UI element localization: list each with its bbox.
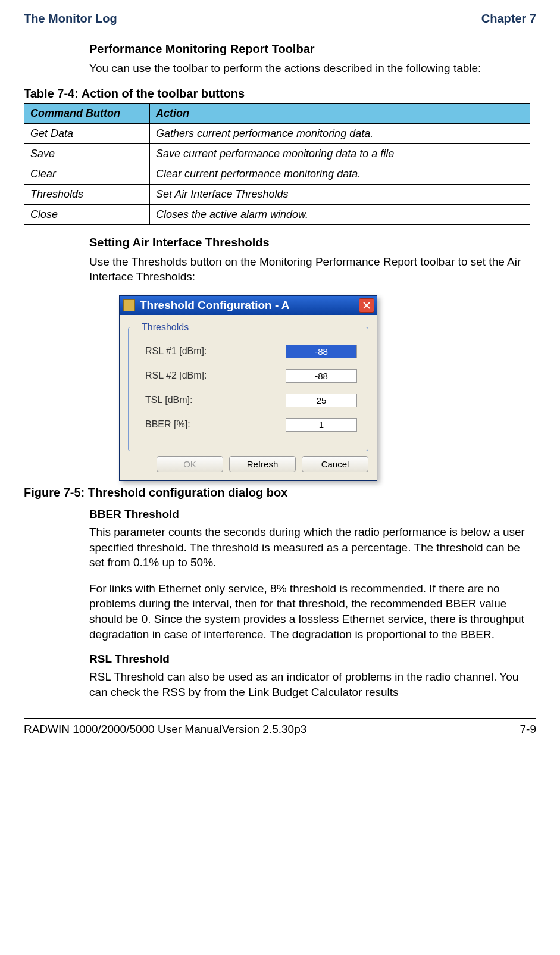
- cmd-cell: Close: [24, 204, 150, 224]
- cmd-cell: Thresholds: [24, 184, 150, 204]
- table-row: Get Data Gathers current performance mon…: [24, 123, 530, 143]
- rsl2-label: RSL #2 [dBm]:: [145, 370, 207, 381]
- bber-p2: For links with Ethernet only service, 8%…: [89, 581, 530, 642]
- rsl2-input[interactable]: [286, 369, 357, 383]
- cmd-cell: Save: [24, 143, 150, 164]
- dialog-titlebar[interactable]: Threshold Configuration - A: [120, 296, 377, 315]
- thresholds-fieldset: Thresholds RSL #1 [dBm]: RSL #2 [dBm]: T…: [128, 322, 368, 451]
- action-cell: Clear current performance monitoring dat…: [150, 164, 530, 184]
- bber-input[interactable]: [286, 418, 357, 432]
- close-icon[interactable]: [359, 298, 374, 313]
- header-left: The Monitor Log: [24, 12, 117, 26]
- header-right: Chapter 7: [481, 12, 536, 26]
- action-cell: Closes the active alarm window.: [150, 204, 530, 224]
- table-row: Clear Clear current performance monitori…: [24, 164, 530, 184]
- table-caption: Table 7-4: Action of the toolbar buttons: [24, 87, 530, 101]
- action-cell: Gathers current performance monitoring d…: [150, 123, 530, 143]
- footer-left: RADWIN 1000/2000/5000 User ManualVersion…: [24, 723, 306, 736]
- section2-intro: Use the Thresholds button on the Monitor…: [89, 254, 530, 285]
- table-header-action: Action: [150, 103, 530, 123]
- rsl-p1: RSL Threshold can also be used as an ind…: [89, 669, 530, 700]
- refresh-button[interactable]: Refresh: [229, 456, 296, 472]
- table-row: Save Save current performance monitoring…: [24, 143, 530, 164]
- rsl-title: RSL Threshold: [89, 653, 530, 666]
- bber-title: BBER Threshold: [89, 508, 530, 521]
- tsl-input[interactable]: [286, 394, 357, 407]
- section2-title: Setting Air Interface Thresholds: [89, 236, 530, 249]
- toolbar-actions-table: Command Button Action Get Data Gathers c…: [24, 103, 530, 225]
- bber-p1: This parameter counts the seconds during…: [89, 525, 530, 570]
- footer-rule: [24, 718, 536, 719]
- cmd-cell: Get Data: [24, 123, 150, 143]
- rsl1-input[interactable]: [286, 345, 357, 358]
- app-icon: [123, 299, 135, 311]
- ok-button[interactable]: OK: [157, 456, 223, 472]
- figure-caption: Figure 7-5: Threshold configuration dial…: [24, 486, 530, 500]
- table-header-command: Command Button: [24, 103, 150, 123]
- bber-label: BBER [%]:: [145, 419, 190, 430]
- rsl1-label: RSL #1 [dBm]:: [145, 346, 207, 357]
- section1-title: Performance Monitoring Report Toolbar: [89, 42, 530, 56]
- action-cell: Set Air Interface Thresholds: [150, 184, 530, 204]
- cmd-cell: Clear: [24, 164, 150, 184]
- thresholds-legend: Thresholds: [139, 322, 191, 333]
- table-row: Close Closes the active alarm window.: [24, 204, 530, 224]
- cancel-button[interactable]: Cancel: [302, 456, 368, 472]
- tsl-label: TSL [dBm]:: [145, 395, 192, 405]
- footer-right: 7-9: [520, 723, 536, 736]
- table-row: Thresholds Set Air Interface Thresholds: [24, 184, 530, 204]
- threshold-dialog: Threshold Configuration - A Thresholds R…: [119, 295, 377, 481]
- dialog-title: Threshold Configuration - A: [140, 299, 359, 312]
- action-cell: Save current performance monitoring data…: [150, 143, 530, 164]
- section1-intro: You can use the toolbar to perform the a…: [89, 61, 530, 76]
